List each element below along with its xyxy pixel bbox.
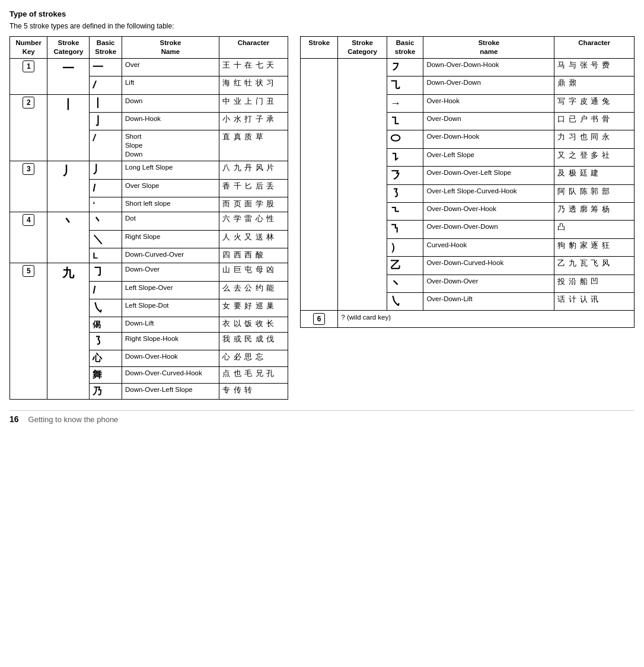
basic-stroke-cell: ㇣ xyxy=(387,130,423,148)
basic-stroke-cell: / xyxy=(90,281,122,299)
stroke-name-cell: Left Slope-Over xyxy=(122,281,219,299)
circle-number: 4 xyxy=(23,214,34,226)
page-footer: 16 Getting to know the phone xyxy=(9,410,635,424)
left-header-name: StrokeName xyxy=(122,37,219,59)
intro-text: The 5 stroke types are defined in the fo… xyxy=(9,22,282,30)
char-cell: 衣 以 饭 收 长 xyxy=(219,317,288,332)
stroke-name-cell: Over-Down-Curved-Hook xyxy=(423,257,554,275)
stroke-name-cell: Down-Hook xyxy=(122,113,219,130)
stroke-name-cell: Over-Down xyxy=(423,113,554,130)
stroke-name-cell: Curved-Hook xyxy=(423,238,554,256)
char-cell: 及 极 廷 建 xyxy=(554,167,635,184)
left-header-cat: StrokeCategory xyxy=(47,37,90,59)
basic-stroke-cell: ㇋ xyxy=(387,167,423,184)
char-cell: 马 与 张 号 费 xyxy=(554,58,635,76)
category-cell: 丨 xyxy=(47,94,90,161)
char-cell: 八 九 丹 风 片 xyxy=(219,161,288,179)
right-header-basic: Basicstroke xyxy=(387,37,423,59)
char-cell: 乙 九 瓦 飞 风 xyxy=(554,257,635,275)
stroke-name-cell: Down-Over-Hook xyxy=(122,350,219,366)
stroke-name-cell: Down xyxy=(122,94,219,112)
category-cell: 丿 xyxy=(47,161,90,212)
basic-stroke-cell: ㇍ xyxy=(387,203,423,221)
circle-number: 3 xyxy=(23,163,34,175)
stroke-name-cell: Down-Over-Down-Hook xyxy=(423,58,554,76)
wildcard-num-cell: 6 xyxy=(301,311,338,328)
stroke-name-cell: Over-Down-Over-Hook xyxy=(423,203,554,221)
stroke-name-cell: Over-Down-Over-Down xyxy=(423,221,554,238)
right-header-stroke: Stroke xyxy=(301,37,338,59)
basic-stroke-cell: 一 xyxy=(90,58,122,76)
table-row: 4 丶 丶 Dot 六 学 雷 心 性 xyxy=(10,212,288,230)
stroke-name-cell: Over-Down-Lift xyxy=(423,292,554,310)
char-cell: 中 业 上 门 丑 xyxy=(219,94,288,112)
char-cell: 狗 豹 家 逐 狂 xyxy=(554,238,635,256)
basic-stroke-cell: / xyxy=(90,130,122,161)
basic-stroke-cell: 丶 xyxy=(90,212,122,230)
char-cell: 么 去 公 约 能 xyxy=(219,281,288,299)
stroke-name-cell: Over-Left Slope-Curved-Hook xyxy=(423,184,554,202)
char-cell: 香 千 匕 后 丢 xyxy=(219,179,288,197)
table-row: 2 丨 丨 Down 中 业 上 门 丑 xyxy=(10,94,288,112)
basic-stroke-cell: ㇇ xyxy=(387,58,423,76)
char-cell: 我 或 民 成 伐 xyxy=(219,332,288,350)
char-cell: 话 计 认 讯 xyxy=(554,292,635,310)
basic-stroke-cell: → xyxy=(387,94,423,112)
circle-number: 6 xyxy=(313,313,325,325)
left-header-basic: BasicStroke xyxy=(90,37,122,59)
char-cell: 点 也 毛 兄 孔 xyxy=(219,366,288,383)
basic-stroke-cell: ） xyxy=(387,238,423,256)
stroke-name-cell: Dot xyxy=(122,212,219,230)
right-table: Stroke StrokeCategory Basicstroke Stroke… xyxy=(300,36,635,328)
stroke-name-cell: Down-Over-Down xyxy=(423,76,554,94)
char-cell: 投 沿 船 凹 xyxy=(554,275,635,292)
section-title: Type of strokes xyxy=(9,9,635,18)
table-row: 3 丿 丿 Long Left Slope 八 九 丹 风 片 xyxy=(10,161,288,179)
char-cell: 海 红 牡 状 习 xyxy=(219,76,288,94)
char-cell: 专 传 转 xyxy=(219,383,288,400)
char-cell: 凸 xyxy=(554,221,635,238)
basic-stroke-cell: ㇈ xyxy=(387,76,423,94)
char-cell: 力 习 也 同 永 xyxy=(554,130,635,148)
stroke-name-cell: Over-Left Slope xyxy=(423,148,554,166)
right-header-char: Character xyxy=(554,37,635,59)
basic-stroke-cell: ㇌ xyxy=(387,184,423,202)
char-cell: 鼎 鼐 xyxy=(554,76,635,94)
stroke-name-cell: Down-Curved-Over xyxy=(122,248,219,263)
basic-stroke-cell: 丨 xyxy=(90,94,122,112)
stroke-name-cell: Over-Hook xyxy=(423,94,554,112)
basic-stroke-cell: ㇂ xyxy=(90,299,122,317)
circle-number: 1 xyxy=(23,60,34,72)
char-cell: 直 真 质 草 xyxy=(219,130,288,161)
circle-number: 5 xyxy=(23,265,34,277)
basic-stroke-cell: / xyxy=(90,179,122,197)
num-key-cell: 4 xyxy=(10,212,47,263)
basic-stroke-cell: / xyxy=(90,76,122,94)
wildcard-text: ? (wild card key) xyxy=(341,314,391,321)
char-cell: 又 之 登 多 社 xyxy=(554,148,635,166)
stroke-name-cell: Down-Over-Left Slope xyxy=(122,383,219,400)
wildcard-text-cell: ? (wild card key) xyxy=(338,311,635,328)
basic-stroke-cell: ㇆ xyxy=(90,263,122,281)
stroke-name-cell: Right Slope xyxy=(122,230,219,248)
basic-stroke-cell: 亅 xyxy=(90,113,122,130)
right-header-cat: StrokeCategory xyxy=(338,37,387,59)
table-row: 5 九 ㇆ Down-Over 山 巨 屯 母 凶 xyxy=(10,263,288,281)
basic-stroke-cell: 舞 xyxy=(90,366,122,383)
basic-stroke-cell: L xyxy=(90,248,122,263)
stroke-name-cell: Down-Over xyxy=(122,263,219,281)
basic-stroke-cell: ㇌ xyxy=(90,332,122,350)
char-cell: 写 字 皮 通 兔 xyxy=(554,94,635,112)
basic-stroke-cell: 乙 xyxy=(387,257,423,275)
stroke-name-cell: Over-Down-Over xyxy=(423,275,554,292)
stroke-name-cell: Over xyxy=(122,58,219,76)
page-number: 16 xyxy=(9,414,19,424)
stroke-name-cell: Short left slope xyxy=(122,197,219,212)
num-key-cell: 3 xyxy=(10,161,47,212)
basic-stroke-cell: 丿 xyxy=(90,161,122,179)
basic-stroke-cell: ㇎ xyxy=(387,221,423,238)
char-cell: 口 已 户 书 骨 xyxy=(554,113,635,130)
left-header-char: Character xyxy=(219,37,288,59)
table-row: ㇇ Down-Over-Down-Hook 马 与 张 号 费 xyxy=(301,58,635,76)
stroke-name-cell: Long Left Slope xyxy=(122,161,219,179)
